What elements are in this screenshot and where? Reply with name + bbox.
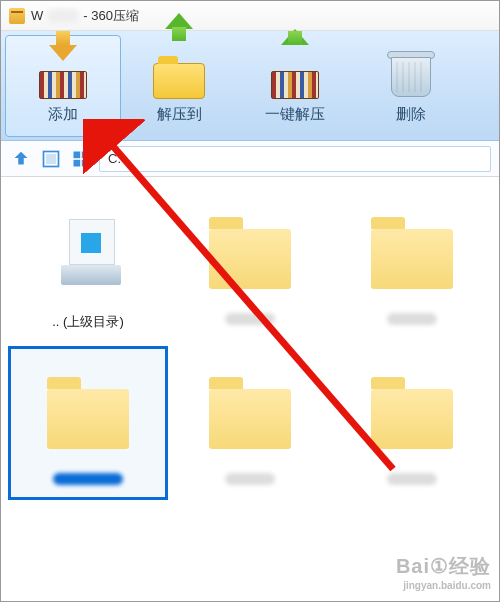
up-icon[interactable]: [9, 147, 33, 171]
folder-icon: [357, 357, 467, 467]
folder-icon: [195, 197, 305, 307]
extract-button[interactable]: 解压到: [121, 35, 237, 137]
item-label: [53, 473, 123, 489]
add-label: 添加: [48, 105, 78, 124]
item-label: [225, 473, 275, 489]
folder-item[interactable]: [173, 189, 327, 339]
delete-label: 删除: [396, 105, 426, 124]
item-label: [387, 313, 437, 329]
svg-rect-2: [74, 151, 81, 158]
title-blur: [47, 9, 79, 23]
file-grid: .. (上级目录): [1, 177, 499, 509]
item-label: [387, 473, 437, 489]
delete-button[interactable]: 删除: [353, 35, 469, 137]
drive-icon: [33, 197, 143, 307]
view-grid-icon[interactable]: [69, 147, 93, 171]
titlebar: W - 360压缩: [1, 1, 499, 31]
folder-item[interactable]: [335, 189, 489, 339]
navigation-bar: [1, 141, 499, 177]
svg-rect-5: [82, 159, 89, 166]
onekey-icon: [265, 47, 325, 99]
svg-rect-1: [46, 154, 56, 164]
add-button[interactable]: 添加: [5, 35, 121, 137]
svg-rect-3: [82, 151, 89, 158]
trash-icon: [381, 47, 441, 99]
svg-rect-4: [74, 159, 81, 166]
view-large-icon[interactable]: [39, 147, 63, 171]
app-icon: [9, 8, 25, 24]
item-label: [225, 313, 275, 329]
title-suffix: - 360压缩: [83, 7, 139, 25]
main-toolbar: 添加 解压到 一键解压 删除: [1, 31, 499, 141]
folder-item[interactable]: [173, 349, 327, 497]
watermark: Bai①经验 jingyan.baidu.com: [396, 553, 491, 591]
title-prefix: W: [31, 8, 43, 23]
watermark-main: Bai①经验: [396, 555, 491, 577]
extract-icon: [149, 47, 209, 99]
folder-icon: [33, 357, 143, 467]
folder-icon: [195, 357, 305, 467]
extract-label: 解压到: [157, 105, 202, 124]
folder-item[interactable]: [335, 349, 489, 497]
onekey-extract-button[interactable]: 一键解压: [237, 35, 353, 137]
add-icon: [33, 47, 93, 99]
watermark-sub: jingyan.baidu.com: [396, 580, 491, 591]
onekey-label: 一键解压: [265, 105, 325, 124]
folder-icon: [357, 197, 467, 307]
parent-dir-item[interactable]: .. (上级目录): [11, 189, 165, 339]
item-label: .. (上级目录): [52, 313, 124, 331]
folder-item-selected[interactable]: [11, 349, 165, 497]
path-input[interactable]: [99, 146, 491, 172]
